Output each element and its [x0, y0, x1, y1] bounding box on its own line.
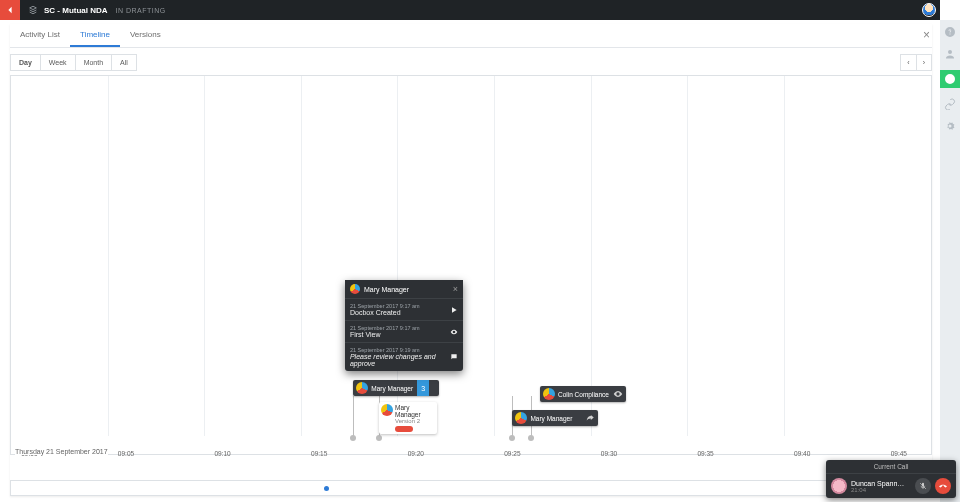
- back-button[interactable]: [0, 0, 20, 20]
- tick-label: 09:25: [504, 450, 520, 457]
- avatar-icon: [350, 284, 360, 294]
- event-card-name: Mary Manager: [395, 404, 434, 418]
- call-duration: 21:04: [851, 487, 911, 493]
- tabs: Activity List Timeline Versions ×: [10, 24, 932, 48]
- event-tooltip: Mary Manager × 21 September 2017 9:17 am…: [345, 280, 463, 371]
- event-card-version[interactable]: Mary Manager Version 2: [379, 402, 437, 434]
- range-toolbar: Day Week Month All ‹ ›: [10, 54, 932, 71]
- tab-versions[interactable]: Versions: [120, 24, 171, 47]
- event-card-mary-main[interactable]: Mary Manager 3: [353, 380, 439, 396]
- range-week[interactable]: Week: [40, 54, 76, 71]
- call-title: Current Call: [826, 460, 956, 474]
- tick-label: 09:35: [697, 450, 713, 457]
- settings-icon[interactable]: [944, 120, 956, 132]
- range-all[interactable]: All: [111, 54, 137, 71]
- avatar-icon: [515, 412, 527, 424]
- current-call-card: Current Call Duncan Spann… 21:04: [826, 460, 956, 498]
- event-card-subtitle: Version 2: [395, 418, 434, 424]
- tab-timeline[interactable]: Timeline: [70, 24, 120, 47]
- users-icon[interactable]: [944, 48, 956, 60]
- mute-button[interactable]: [915, 478, 931, 494]
- event-card-name: Colin Compliance: [558, 391, 609, 398]
- tooltip-row[interactable]: 21 September 2017 9:17 am Docbox Created: [345, 298, 463, 320]
- help-icon[interactable]: [944, 26, 956, 38]
- document-status: IN DRAFTING: [116, 7, 166, 14]
- timeline-date: Thursday 21 September 2017: [15, 446, 108, 455]
- event-card-name: Mary Manager: [530, 415, 572, 422]
- timeline-chart[interactable]: 09:00 09:05 09:10 09:15 09:20 09:25 09:3…: [10, 75, 932, 455]
- tick-label: 09:05: [118, 450, 134, 457]
- tick-label: 09:30: [601, 450, 617, 457]
- hangup-button[interactable]: [935, 478, 951, 494]
- tick-label: 09:20: [408, 450, 424, 457]
- timeline-scrollbar[interactable]: [10, 480, 932, 496]
- scroll-thumb[interactable]: [324, 486, 329, 491]
- tooltip-row[interactable]: 21 September 2017 9:19 am Please review …: [345, 342, 463, 371]
- tooltip-message: Please review changes and approve: [350, 353, 458, 367]
- chat-icon: [450, 353, 458, 361]
- caller-avatar: [831, 478, 847, 494]
- range-day[interactable]: Day: [10, 54, 41, 71]
- prev-range-button[interactable]: ‹: [900, 54, 916, 71]
- tick-label: 09:10: [214, 450, 230, 457]
- tick-label: 09:15: [311, 450, 327, 457]
- tick-label: 09:45: [891, 450, 907, 457]
- eye-icon: [450, 328, 458, 336]
- tooltip-row[interactable]: 21 September 2017 9:17 am First View: [345, 320, 463, 342]
- avatar-icon: [381, 404, 393, 416]
- next-range-button[interactable]: ›: [916, 54, 932, 71]
- play-icon: [450, 306, 458, 314]
- range-month[interactable]: Month: [75, 54, 112, 71]
- right-rail: [940, 20, 960, 502]
- event-count-badge: 3: [417, 380, 429, 396]
- event-card-mary-share[interactable]: Mary Manager: [512, 410, 598, 426]
- document-title: SC - Mutual NDA: [44, 6, 108, 15]
- tab-activity-list[interactable]: Activity List: [10, 24, 70, 47]
- tooltip-message: Docbox Created: [350, 309, 458, 316]
- status-pill: [395, 426, 413, 432]
- avatar-icon: [356, 382, 368, 394]
- close-panel-button[interactable]: ×: [921, 26, 932, 44]
- document-icon: [28, 5, 38, 15]
- avatar-icon: [543, 388, 555, 400]
- current-user-avatar[interactable]: [922, 3, 936, 17]
- event-card-name: Mary Manager: [371, 385, 413, 392]
- tooltip-close-button[interactable]: ×: [453, 285, 458, 294]
- activity-panel: Activity List Timeline Versions × Day We…: [10, 24, 932, 496]
- link-icon[interactable]: [944, 98, 956, 110]
- caller-name: Duncan Spann…: [851, 480, 911, 487]
- share-icon: [585, 413, 595, 423]
- eye-icon: [613, 389, 623, 399]
- timeline-rail-button[interactable]: [940, 70, 960, 88]
- tooltip-message: First View: [350, 331, 458, 338]
- tooltip-name: Mary Manager: [364, 286, 409, 293]
- tick-label: 09:40: [794, 450, 810, 457]
- event-card-colin[interactable]: Colin Compliance: [540, 386, 626, 402]
